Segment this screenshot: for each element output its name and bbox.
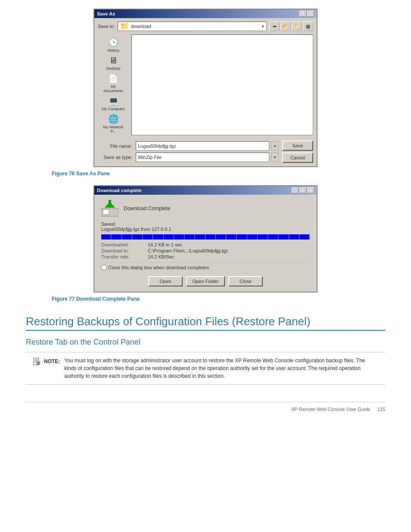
mycomputer-icon: 💻 [106, 95, 120, 107]
transfer-value: 14.2 KB/Sec [148, 254, 174, 259]
download-title-bar: Download complete _ □ × [94, 186, 317, 195]
note-icon: NOTE: [33, 358, 60, 365]
progress-segment-9 [185, 234, 195, 240]
progress-segment-8 [174, 234, 184, 240]
progress-segment-12 [216, 234, 226, 240]
savetype-row: Save as type: WinZip File ▼ [98, 152, 279, 162]
folder-icon: 📁 [120, 22, 129, 31]
download-details: Downloaded: 14.2 KB in 1 sec Download to… [101, 242, 310, 259]
left-item-desktop[interactable]: 🖥 Desktop [100, 54, 126, 71]
progress-segment-4 [133, 234, 143, 240]
save-in-label: Save in: [98, 24, 115, 29]
download-dialog: Download complete _ □ × Download Complet… [93, 185, 318, 292]
progress-segment-16 [258, 234, 268, 240]
progress-segment-2 [112, 234, 121, 240]
section-title: Restoring Backups of Configuration Files… [26, 315, 385, 331]
network-icon: 🌐 [106, 113, 120, 125]
filename-row: File name: Logsa50ldpfjjg.tgz ▼ [98, 141, 279, 151]
filename-input-group: Logsa50ldpfjjg.tgz ▼ [136, 141, 279, 151]
bottom-fields: File name: Logsa50ldpfjjg.tgz ▼ Save as … [98, 139, 313, 163]
save-button[interactable]: Save [282, 140, 313, 151]
save-in-dropdown[interactable]: 📁 download ▼ [118, 22, 267, 31]
up-button[interactable]: 📂 [280, 22, 291, 31]
filename-input[interactable]: Logsa50ldpfjjg.tgz [136, 141, 269, 151]
dialog-main-area: 🕒 History 🖥 Desktop 📄 My Documents 💻 My … [98, 34, 313, 135]
progress-segment-13 [227, 234, 237, 240]
bottom-fields-right: File name: Logsa50ldpfjjg.tgz ▼ Save as … [98, 141, 279, 162]
filename-dropdown-btn[interactable]: ▼ [271, 141, 279, 151]
saveas-body: Save in: 📁 download ▼ ⬅ 📂 📁 ▦ 🕒 History [94, 18, 317, 166]
saved-label: Saved: [101, 221, 310, 227]
download-complete-icon [101, 200, 118, 217]
close-button[interactable]: × [307, 187, 314, 193]
open-folder-button[interactable]: Open Folder [186, 276, 225, 286]
svg-rect-1 [103, 209, 109, 215]
progress-segment-11 [206, 234, 216, 240]
back-button[interactable]: ⬅ [269, 22, 280, 31]
progress-segment-7 [164, 234, 174, 240]
desktop-icon: 🖥 [106, 54, 120, 66]
close-checkbox[interactable] [101, 265, 106, 270]
svg-rect-3 [109, 200, 111, 206]
progress-segment-15 [248, 234, 258, 240]
download-complete-text: Download Complete [124, 205, 170, 212]
mydocuments-icon: 📄 [106, 72, 120, 84]
minimize-button[interactable]: _ [292, 187, 299, 193]
saved-filename: Logsa50ldpfjjg.tgz from 127.0.0.1 [101, 227, 310, 232]
savetype-dropdown-btn[interactable]: ▼ [271, 152, 279, 162]
downloaded-label: Downloaded: [101, 242, 144, 247]
maximize-button[interactable]: □ [299, 187, 306, 193]
toolbar-icons: ⬅ 📂 📁 ▦ [269, 22, 313, 31]
progress-segment-20 [300, 234, 310, 240]
divider [101, 262, 310, 262]
progress-segment-1 [101, 234, 111, 240]
saveas-dialog: Save As ? × Save in: 📁 download ▼ ⬅ 📂 📁 … [93, 9, 318, 167]
close-button[interactable]: Close [228, 276, 263, 286]
left-item-network[interactable]: 🌐 My Network P... [100, 113, 126, 134]
open-button[interactable]: Open [148, 276, 183, 286]
filename-label: File name: [98, 143, 132, 149]
cancel-button[interactable]: Cancel [282, 152, 313, 163]
save-in-value: download [131, 24, 151, 29]
left-item-history[interactable]: 🕒 History [100, 36, 126, 53]
detail-row-downloaded: Downloaded: 14.2 KB in 1 sec [101, 242, 310, 247]
download-header-row: Download Complete [101, 200, 310, 217]
figure77-caption: Figure 77 Download Complete Pane [26, 296, 385, 302]
help-button[interactable]: ? [299, 11, 306, 17]
view-button[interactable]: ▦ [303, 22, 313, 31]
download-to-label: Download to: [101, 248, 144, 253]
title-bar-buttons: ? × [299, 11, 314, 17]
savetype-label: Save as type: [98, 155, 132, 160]
file-area [131, 34, 313, 135]
new-folder-button[interactable]: 📁 [292, 22, 302, 31]
dialog-bottom-row: File name: Logsa50ldpfjjg.tgz ▼ Save as … [98, 140, 313, 163]
savetype-input[interactable]: WinZip File [136, 152, 269, 162]
transfer-label: Transfer rate: [101, 254, 144, 259]
download-title: Download complete [97, 188, 142, 193]
saveas-title: Save As [97, 11, 115, 16]
saveas-title-bar: Save As ? × [94, 9, 317, 18]
note-label: NOTE: [44, 358, 60, 364]
savetype-input-group: WinZip File ▼ [136, 152, 279, 162]
close-button[interactable]: × [307, 11, 314, 17]
download-saved-section: Saved: Logsa50ldpfjjg.tgz from 127.0.0.1 [101, 221, 310, 232]
footer-product: XP Remote Web Console User Guide [291, 407, 371, 412]
close-checkbox-label: Close this dialog box when download comp… [108, 265, 209, 270]
note-box: NOTE: You must log on with the storage a… [26, 352, 385, 385]
dropdown-arrow: ▼ [261, 25, 265, 28]
left-item-mydocuments[interactable]: 📄 My Documents [100, 72, 126, 93]
download-title-buttons: _ □ × [292, 187, 314, 193]
progress-segment-6 [153, 234, 163, 240]
downloaded-value: 14.2 KB in 1 sec [148, 242, 182, 247]
progress-segment-18 [279, 234, 289, 240]
progress-segment-14 [237, 234, 247, 240]
note-icon-col: NOTE: [33, 357, 60, 380]
page-footer: XP Remote Web Console User Guide 115 [26, 402, 385, 412]
note-content: You must log on with the storage adminis… [64, 357, 378, 380]
subsection-title: Restore Tab on the Control Panel [26, 338, 385, 347]
left-item-mycomputer[interactable]: 💻 My Computer [100, 95, 126, 111]
svg-rect-8 [37, 362, 40, 364]
footer-page: 115 [377, 407, 385, 412]
progress-segment-19 [290, 234, 299, 240]
progress-segment-10 [195, 234, 205, 240]
